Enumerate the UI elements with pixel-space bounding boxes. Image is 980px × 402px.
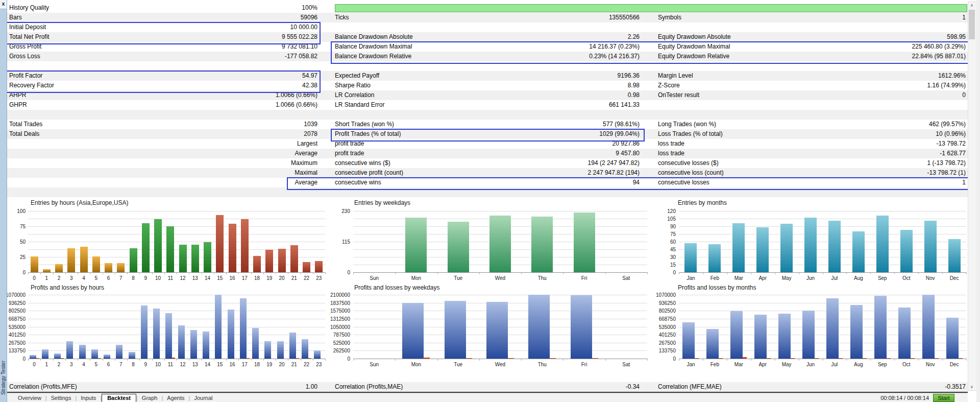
status-area: 00:08:14 / 00:08:14 Start	[880, 394, 954, 402]
x-axis-tick	[647, 272, 648, 274]
stats-row: Total Deals2078Profit Trades (% of total…	[7, 129, 968, 139]
chart-bar-loss	[863, 358, 867, 359]
tab-inputs[interactable]: Inputs	[77, 394, 100, 402]
chart-bar-entries	[924, 221, 937, 272]
stat-label: consecutive wins ($)	[335, 158, 485, 168]
scroll-down-icon[interactable]: ∨	[968, 384, 975, 390]
chart-bar-entries	[166, 226, 174, 272]
x-axis-tick	[966, 272, 967, 274]
x-axis-tick	[238, 272, 239, 274]
chart-bar-profit	[289, 333, 296, 359]
stat-label: Margin Level	[658, 71, 802, 81]
y-axis-tick-label: 525000	[325, 340, 350, 346]
x-axis-tick	[942, 359, 943, 361]
chart-gridline	[679, 211, 966, 211]
chart-bar-profit	[91, 349, 98, 359]
stat-label: Balance Drawdown Absolute	[335, 32, 485, 42]
x-axis-tick	[177, 359, 177, 361]
start-button[interactable]: Start	[933, 394, 954, 402]
stat-label: AHPR	[9, 90, 157, 100]
close-icon[interactable]: x	[0, 0, 7, 9]
strategy-tester-panel: History Quality100%Bars59096Ticks1355505…	[0, 0, 980, 402]
chart-bar-entries	[948, 239, 961, 272]
chart-bar-profit	[826, 298, 839, 359]
stats-row: Largestprofit trade20 927.86loss trade-1…	[7, 139, 968, 149]
stat-value: 42.38	[160, 81, 317, 90]
y-axis-tick-label: 267500	[650, 340, 676, 346]
x-axis-tick	[202, 272, 202, 274]
stat-value: 0	[803, 90, 966, 100]
x-axis-tick	[479, 272, 480, 274]
scroll-up-icon[interactable]: ∧	[968, 2, 975, 9]
chart-bar-entries	[405, 218, 427, 272]
stats-row: Initial Deposit10 000.00	[7, 22, 968, 32]
chart-bar-profit	[754, 315, 767, 359]
chart-gridline	[28, 335, 325, 335]
x-axis-category-label: Thu	[533, 275, 551, 281]
vertical-scrollbar[interactable]: ∧ ∨	[968, 2, 977, 391]
stat-label: consecutive profit (count)	[335, 168, 485, 178]
stats-row: Averageconsecutive wins94consecutive los…	[7, 178, 968, 187]
scrollbar-thumb[interactable]	[969, 10, 975, 39]
stat-label: loss trade	[658, 149, 802, 158]
y-axis-tick-label: 1070000	[650, 292, 676, 298]
x-axis-tick	[226, 359, 227, 361]
x-axis-tick	[647, 359, 648, 361]
x-axis-tick	[40, 272, 41, 274]
stat-value: 10 (0.96%)	[803, 129, 966, 139]
x-axis-category-label: Aug	[849, 362, 868, 367]
x-axis-category-label: Oct	[897, 275, 916, 281]
stats-row	[7, 187, 968, 197]
test-duration: 00:08:14 / 00:08:14	[880, 395, 929, 401]
stat-label: Recovery Factor	[9, 81, 157, 90]
x-axis-tick	[727, 272, 727, 274]
chart-bar-profit	[706, 329, 719, 359]
x-axis-category-label: Feb	[705, 275, 724, 281]
chart-gridline	[28, 226, 325, 227]
stat-label: Sharpe Ratio	[335, 81, 485, 90]
x-axis-category-label: Jun	[801, 362, 820, 367]
stat-label: profit trade	[335, 149, 485, 158]
chart-bar-entries	[154, 219, 162, 272]
chart-bar-entries	[191, 245, 199, 272]
x-axis-tick	[288, 359, 288, 361]
chart-bar-loss	[308, 358, 311, 359]
x-axis-tick	[437, 272, 438, 274]
chart-bar-entries	[67, 248, 75, 272]
chart-gridline	[28, 219, 325, 219]
chart-bar-entries	[130, 248, 137, 272]
x-axis-tick	[353, 359, 354, 361]
x-axis-category-label: Mar	[729, 362, 748, 367]
chart-bar-profit	[252, 328, 259, 359]
stat-label: consecutive losses ($)	[658, 158, 802, 168]
x-axis-category-label: Sat	[617, 362, 635, 367]
chart-bar-entries	[117, 263, 125, 272]
tab-agents[interactable]: Agents	[163, 394, 188, 402]
stat-label: Gross Profit	[9, 42, 157, 52]
x-axis-tick	[301, 272, 301, 274]
chart-gridline	[353, 211, 647, 211]
y-axis-tick-label: 1312500	[325, 316, 350, 322]
chart-bar-profit	[402, 303, 424, 359]
chart-bar-entries	[574, 212, 595, 272]
stat-value: 2 247 947.82 (194)	[486, 168, 640, 178]
chart-bar-loss	[36, 358, 39, 359]
stats-row: Recovery Factor42.38Sharpe Ratio8.98Z-Sc…	[7, 81, 968, 90]
stat-value: -13 798.72 (1)	[803, 168, 966, 178]
x-axis-tick	[437, 359, 438, 361]
tab-journal[interactable]: Journal	[190, 394, 216, 402]
x-axis-tick	[918, 359, 919, 361]
chart-bar-loss	[508, 358, 514, 359]
stats-row	[7, 110, 968, 120]
tab-settings[interactable]: Settings	[47, 394, 76, 402]
chart-bar-profit	[165, 313, 172, 359]
chart-bar-entries	[900, 230, 913, 272]
stat-value: 135550566	[486, 13, 640, 22]
tab-graph[interactable]: Graph	[138, 394, 162, 402]
tab-backtest[interactable]: Backtest	[102, 394, 136, 402]
chart-bar-entries	[241, 219, 249, 272]
chart-bar-profit	[30, 355, 36, 359]
stat-label: Equity Drawdown Relative	[658, 52, 802, 61]
y-axis-tick-label: 262500	[325, 348, 350, 353]
tab-overview[interactable]: Overview	[14, 394, 45, 402]
